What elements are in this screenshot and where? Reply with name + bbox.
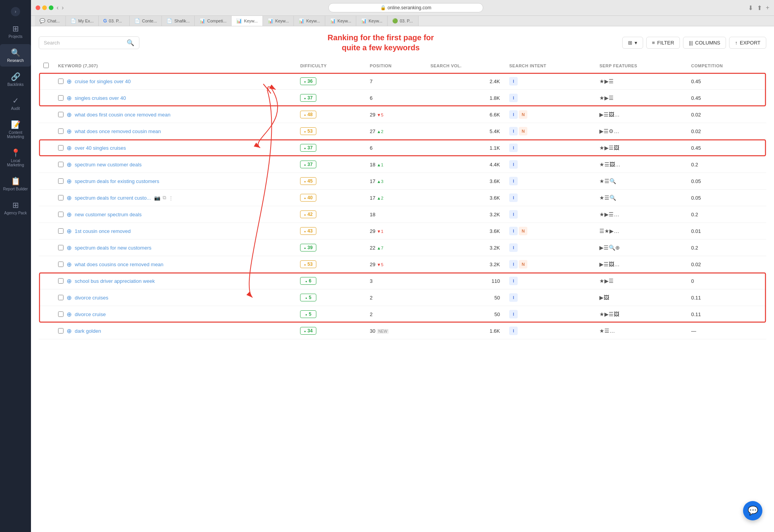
keyword-link[interactable]: what does cousins once removed mean xyxy=(75,262,163,267)
keyword-link[interactable]: cruise for singles over 40 xyxy=(75,79,131,84)
add-icon[interactable]: ⊕ xyxy=(67,161,72,168)
chat-fab-button[interactable]: 💬 xyxy=(743,501,762,520)
keyword-link[interactable]: spectrum deals for current custo... xyxy=(75,195,151,201)
keyword-link[interactable]: what does once removed cousin mean xyxy=(75,128,161,134)
tab-shafik[interactable]: 📄Shafik... xyxy=(162,16,195,26)
minimize-dot[interactable] xyxy=(42,5,47,10)
keyword-link[interactable]: dark golden xyxy=(75,328,101,334)
add-icon[interactable]: ⊕ xyxy=(67,194,72,202)
copy-icon[interactable]: ⧉ xyxy=(163,195,166,201)
add-icon[interactable]: ⊕ xyxy=(67,311,72,318)
add-icon[interactable]: ⊕ xyxy=(67,261,72,268)
select-all-checkbox[interactable] xyxy=(43,63,49,68)
sidebar-item-agency-pack[interactable]: ⊞ Agency Pack xyxy=(0,197,31,219)
tab-keyw5[interactable]: 📊Keyw... xyxy=(356,16,387,26)
search-icon: 🔍 xyxy=(127,39,134,46)
tab-conte[interactable]: 📄Conte... xyxy=(130,16,162,26)
keyword-link[interactable]: spectrum new customer deals xyxy=(75,162,142,168)
tab-keyw-active[interactable]: 📊Keyw... xyxy=(232,16,263,26)
address-bar[interactable]: 🔒 online.seranking.com xyxy=(328,3,483,12)
row-checkbox[interactable] xyxy=(58,262,63,267)
filter-button[interactable]: ≡ FILTER xyxy=(646,37,680,49)
sidebar-item-local-marketing[interactable]: 📍 Local Marketing xyxy=(0,144,31,171)
nav-back-icon[interactable]: ‹ xyxy=(57,4,58,11)
tab-03p[interactable]: G03. P... xyxy=(99,16,130,26)
add-icon[interactable]: ⊕ xyxy=(67,111,72,118)
difficulty-cell: 40 xyxy=(295,190,365,206)
sidebar-item-research[interactable]: 🔍 Research xyxy=(0,44,31,67)
tab-myex[interactable]: 📄My Ex... xyxy=(66,16,99,26)
row-checkbox[interactable] xyxy=(58,195,63,200)
row-checkbox[interactable] xyxy=(58,328,63,334)
add-icon[interactable]: ⊕ xyxy=(67,178,72,185)
row-checkbox[interactable] xyxy=(58,212,63,217)
row-checkbox[interactable] xyxy=(58,112,63,117)
search-box[interactable]: 🔍 xyxy=(39,36,139,49)
row-checkbox[interactable] xyxy=(58,311,63,317)
row-checkbox[interactable] xyxy=(58,128,63,134)
columns-icon: ||| xyxy=(689,40,693,46)
tab-keyw4[interactable]: 📊Keyw... xyxy=(325,16,356,26)
keyword-link[interactable]: what does first cousin once removed mean xyxy=(75,112,170,118)
keyword-td: ⊕ cruise for singles over 40 xyxy=(53,73,295,90)
row-checkbox[interactable] xyxy=(58,295,63,300)
row-checkbox[interactable] xyxy=(58,245,63,250)
sidebar-toggle[interactable]: › xyxy=(11,7,20,16)
keyword-link[interactable]: spectrum deals for new customers xyxy=(75,245,151,251)
intent-badge: I xyxy=(509,243,518,252)
add-icon[interactable]: ⊕ xyxy=(67,327,72,335)
keyword-link[interactable]: over 40 singles cruises xyxy=(75,145,126,151)
keyword-td: ⊕ school bus driver appreciation week xyxy=(53,273,295,289)
maximize-dot[interactable] xyxy=(49,5,53,10)
intent-badge: N xyxy=(519,110,527,119)
tab-keyw3[interactable]: 📊Keyw... xyxy=(294,16,325,26)
keyword-link[interactable]: divorce cruise xyxy=(75,311,106,317)
add-icon[interactable]: ⊕ xyxy=(67,294,72,301)
checkbox-cell xyxy=(39,289,53,306)
row-checkbox[interactable] xyxy=(58,145,63,151)
tab-03p2[interactable]: 🟢03. P... xyxy=(388,16,419,26)
keyword-link[interactable]: 1st cousin once removed xyxy=(75,228,131,234)
share-icon[interactable]: ⬆ xyxy=(757,4,762,12)
intent-badge: I xyxy=(509,177,518,185)
tab-chat[interactable]: 💬Chat... xyxy=(35,16,66,26)
keyword-link[interactable]: school bus driver appreciation week xyxy=(75,278,155,284)
add-icon[interactable]: ⊕ xyxy=(67,277,72,285)
nav-forward-icon[interactable]: › xyxy=(62,4,63,11)
add-icon[interactable]: ⊕ xyxy=(67,211,72,218)
row-checkbox[interactable] xyxy=(58,95,63,101)
traffic-lights xyxy=(36,5,53,10)
screenshot-icon[interactable]: 📷 xyxy=(154,195,160,201)
add-icon[interactable]: ⊕ xyxy=(67,128,72,135)
row-checkbox[interactable] xyxy=(58,162,63,167)
add-icon[interactable]: ⊕ xyxy=(67,144,72,152)
more-icon[interactable]: ⋮ xyxy=(168,195,173,201)
sidebar-item-content-marketing[interactable]: 📝 Content Marketing xyxy=(0,116,31,143)
columns-button[interactable]: ||| COLUMNS xyxy=(683,37,726,49)
add-icon[interactable]: ⊕ xyxy=(67,228,72,235)
row-checkbox[interactable] xyxy=(58,278,63,284)
download-icon[interactable]: ⬇ xyxy=(748,4,753,12)
new-tab-icon[interactable]: + xyxy=(766,4,769,12)
add-icon[interactable]: ⊕ xyxy=(67,78,72,85)
row-checkbox[interactable] xyxy=(58,79,63,84)
sidebar-item-audit[interactable]: ✓ Audit xyxy=(0,92,31,115)
keyword-link[interactable]: spectrum deals for existing customers xyxy=(75,178,159,184)
keyword-link[interactable]: divorce cruises xyxy=(75,295,108,301)
serp-icons: ☰★▶… xyxy=(599,228,682,234)
search-input[interactable] xyxy=(44,40,127,46)
tab-competi[interactable]: 📊Competi... xyxy=(195,16,232,26)
sidebar-item-projects[interactable]: ⊞ Projects xyxy=(0,20,31,43)
add-icon[interactable]: ⊕ xyxy=(67,94,72,102)
export-button[interactable]: ↑ EXPORT xyxy=(729,37,766,49)
keyword-link[interactable]: new customer spectrum deals xyxy=(75,212,142,217)
tab-keyw2[interactable]: 📊Keyw... xyxy=(263,16,294,26)
view-toggle-button[interactable]: ⊞ ▾ xyxy=(622,37,643,49)
row-checkbox[interactable] xyxy=(58,228,63,234)
sidebar-item-report-builder[interactable]: 📋 Report Builder xyxy=(0,173,31,195)
sidebar-item-backlinks[interactable]: 🔗 Backlinks xyxy=(0,68,31,91)
row-checkbox[interactable] xyxy=(58,178,63,184)
keyword-link[interactable]: singles cruises over 40 xyxy=(75,95,126,101)
add-icon[interactable]: ⊕ xyxy=(67,244,72,251)
close-dot[interactable] xyxy=(36,5,40,10)
